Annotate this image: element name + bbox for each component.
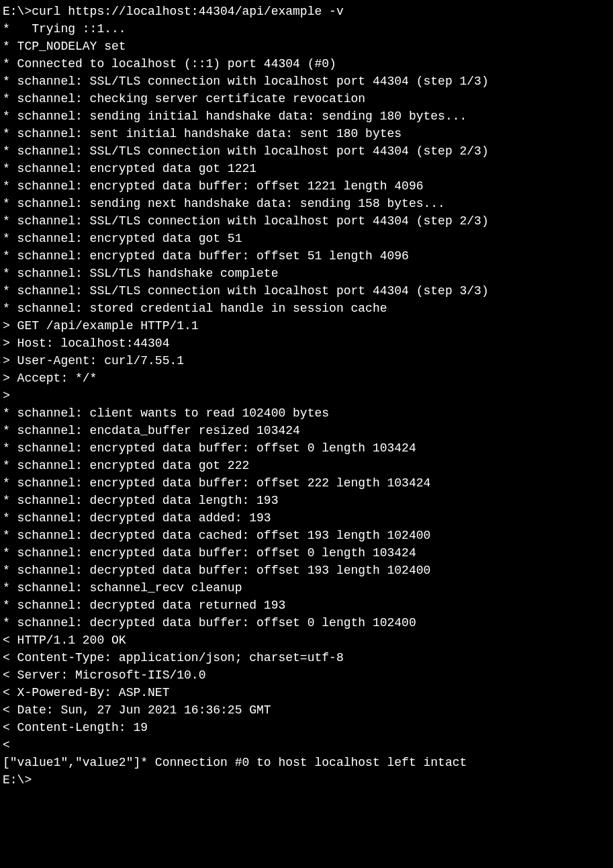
terminal-line: * schannel: decrypted data cached: offse…: [3, 527, 613, 544]
terminal-line: * schannel: client wants to read 102400 …: [3, 404, 613, 422]
terminal-line: * schannel: encrypted data buffer: offse…: [3, 439, 613, 457]
terminal-line: * schannel: decrypted data buffer: offse…: [3, 614, 613, 632]
terminal-line: > Accept: */*: [3, 370, 613, 387]
terminal-line: * schannel: decrypted data length: 193: [3, 492, 613, 509]
terminal-line: < Content-Type: application/json; charse…: [3, 649, 613, 666]
terminal-line: * schannel: decrypted data returned 193: [3, 597, 613, 614]
terminal-line: * schannel: SSL/TLS connection with loca…: [3, 142, 613, 160]
terminal-line: * schannel: encrypted data buffer: offse…: [3, 247, 613, 265]
terminal-line: >: [3, 387, 613, 404]
terminal-line: * schannel: SSL/TLS connection with loca…: [3, 73, 613, 90]
terminal-line: E:\>: [3, 771, 613, 789]
terminal-line: * schannel: encrypted data buffer: offse…: [3, 177, 613, 195]
terminal-line: < Date: Sun, 27 Jun 2021 16:36:25 GMT: [3, 701, 613, 719]
terminal-line: * schannel: encrypted data got 1221: [3, 160, 613, 177]
terminal-line: < Server: Microsoft-IIS/10.0: [3, 666, 613, 684]
terminal-line: * TCP_NODELAY set: [3, 38, 613, 55]
terminal-line: * schannel: encrypted data got 222: [3, 457, 613, 474]
terminal-line: * schannel: encrypted data buffer: offse…: [3, 544, 613, 562]
terminal-line: < X-Powered-By: ASP.NET: [3, 684, 613, 701]
terminal-line: > User-Agent: curl/7.55.1: [3, 352, 613, 370]
terminal-line: > Host: localhost:44304: [3, 335, 613, 352]
terminal-line: * schannel: sending initial handshake da…: [3, 107, 613, 125]
terminal-line: * schannel: schannel_recv cleanup: [3, 579, 613, 597]
terminal-line: > GET /api/example HTTP/1.1: [3, 317, 613, 335]
terminal-line: * schannel: decrypted data added: 193: [3, 509, 613, 527]
terminal-line: * schannel: encdata_buffer resized 10342…: [3, 422, 613, 439]
terminal-line: * schannel: sending next handshake data:…: [3, 195, 613, 212]
terminal-line: <: [3, 736, 613, 754]
terminal-line: * Trying ::1...: [3, 20, 613, 38]
terminal-line: * schannel: encrypted data buffer: offse…: [3, 474, 613, 492]
terminal-line: E:\>curl https://localhost:44304/api/exa…: [3, 3, 613, 20]
terminal-line: * schannel: decrypted data buffer: offse…: [3, 562, 613, 579]
terminal-line: * schannel: SSL/TLS connection with loca…: [3, 282, 613, 300]
terminal-output[interactable]: E:\>curl https://localhost:44304/api/exa…: [0, 0, 613, 789]
terminal-line: * Connected to localhost (::1) port 4430…: [3, 55, 613, 73]
terminal-line: < Content-Length: 19: [3, 719, 613, 736]
terminal-line: * schannel: stored credential handle in …: [3, 300, 613, 317]
terminal-line: * schannel: checking server certificate …: [3, 90, 613, 107]
terminal-line: * schannel: encrypted data got 51: [3, 230, 613, 247]
terminal-line: < HTTP/1.1 200 OK: [3, 632, 613, 649]
terminal-line: * schannel: SSL/TLS handshake complete: [3, 265, 613, 282]
terminal-line: * schannel: sent initial handshake data:…: [3, 125, 613, 142]
terminal-line: * schannel: SSL/TLS connection with loca…: [3, 212, 613, 230]
terminal-line: ["value1","value2"]* Connection #0 to ho…: [3, 754, 613, 771]
